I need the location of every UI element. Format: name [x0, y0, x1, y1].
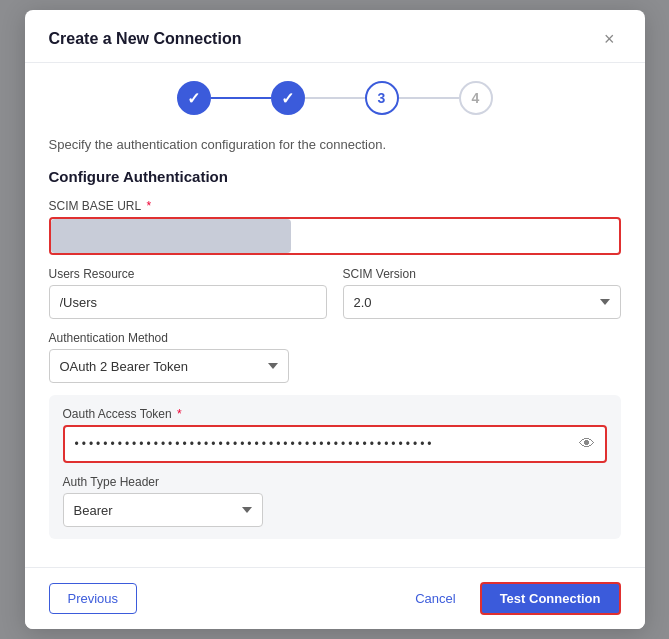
footer-right: Cancel Test Connection	[407, 582, 620, 615]
toggle-password-icon[interactable]: 👁︎	[579, 435, 595, 453]
scim-version-group: SCIM Version 2.0 1.1	[343, 267, 621, 319]
step-line-2	[305, 97, 365, 99]
oauth-required: *	[174, 407, 182, 421]
close-button[interactable]: ×	[598, 28, 621, 50]
users-scim-row: Users Resource SCIM Version 2.0 1.1	[49, 267, 621, 319]
stepper: ✓ ✓ 3 4	[25, 63, 645, 123]
step-line-3	[399, 97, 459, 99]
scim-url-required: *	[143, 199, 151, 213]
gray-section: Oauth Access Token * 👁︎ Auth Type Header	[49, 395, 621, 539]
step-4: 4	[459, 81, 493, 115]
step-1: ✓	[177, 81, 211, 115]
oauth-token-wrapper: 👁︎	[63, 425, 607, 463]
modal-footer: Previous Cancel Test Connection	[25, 567, 645, 629]
section-title: Configure Authentication	[49, 168, 621, 185]
oauth-token-input[interactable]	[65, 427, 605, 461]
step-2-check: ✓	[281, 89, 294, 108]
step-3-label: 3	[378, 90, 386, 106]
modal-dialog: Create a New Connection × ✓ ✓ 3 4 Specif…	[25, 10, 645, 629]
scim-url-input-wrapper	[49, 217, 621, 255]
step-2: ✓	[271, 81, 305, 115]
modal-header: Create a New Connection ×	[25, 10, 645, 63]
oauth-token-label: Oauth Access Token *	[63, 407, 607, 421]
auth-type-header-select[interactable]: Bearer Token	[63, 493, 263, 527]
cancel-button[interactable]: Cancel	[407, 584, 463, 613]
subtitle: Specify the authentication configuration…	[49, 137, 621, 152]
step-4-label: 4	[472, 90, 480, 106]
step-1-check: ✓	[187, 89, 200, 108]
scim-version-select[interactable]: 2.0 1.1	[343, 285, 621, 319]
test-connection-button[interactable]: Test Connection	[480, 582, 621, 615]
oauth-input-container: 👁︎	[65, 427, 605, 461]
scim-url-input[interactable]	[51, 219, 291, 253]
modal-body: Specify the authentication configuration…	[25, 123, 645, 567]
scim-url-group: SCIM BASE URL *	[49, 199, 621, 255]
step-line-1	[211, 97, 271, 99]
auth-method-group: Authentication Method OAuth 2 Bearer Tok…	[49, 331, 621, 383]
users-resource-input[interactable]	[49, 285, 327, 319]
auth-type-header-label: Auth Type Header	[63, 475, 607, 489]
modal-overlay: Create a New Connection × ✓ ✓ 3 4 Specif…	[0, 0, 669, 639]
auth-method-select[interactable]: OAuth 2 Bearer Token Basic Auth API Key	[49, 349, 289, 383]
scim-url-label: SCIM BASE URL *	[49, 199, 621, 213]
previous-button[interactable]: Previous	[49, 583, 138, 614]
users-resource-group: Users Resource	[49, 267, 327, 319]
oauth-token-group: Oauth Access Token * 👁︎	[63, 407, 607, 463]
scim-version-label: SCIM Version	[343, 267, 621, 281]
auth-method-label: Authentication Method	[49, 331, 621, 345]
step-3: 3	[365, 81, 399, 115]
auth-type-header-group: Auth Type Header Bearer Token	[63, 475, 607, 527]
modal-title: Create a New Connection	[49, 30, 242, 48]
users-resource-label: Users Resource	[49, 267, 327, 281]
